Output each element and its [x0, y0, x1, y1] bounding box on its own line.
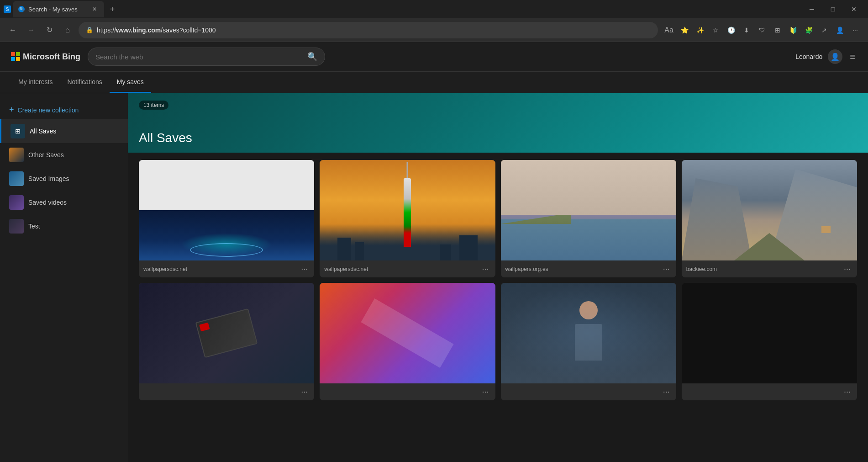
saves-grid: wallpapersdsc.net ··· [128, 153, 868, 408]
card-5-image [139, 283, 314, 383]
bing-logo[interactable]: Microsoft Bing [11, 52, 80, 62]
card-6-footer: ··· [320, 383, 495, 400]
url-domain: www.bing.com [116, 27, 161, 34]
sidebar-item-test[interactable]: Test [0, 214, 128, 238]
card-3-footer: wallpapers.org.es ··· [501, 260, 676, 277]
cloud-sky [501, 160, 676, 215]
bing-header: Microsoft Bing 🔍 Leonardo 👤 ≡ [0, 42, 868, 72]
browser-extension-icon[interactable]: ⭐ [677, 23, 692, 37]
sidebar-item-other-saves[interactable]: Other Saves [0, 143, 128, 167]
card-2-source: wallpapersdsc.net [324, 266, 368, 272]
browser-icon[interactable]: ⊞ [770, 23, 785, 37]
new-tab-button[interactable]: + [106, 3, 119, 16]
tab-favicon-icon: 🔍 [18, 6, 25, 12]
planet-arc [190, 243, 263, 257]
save-card-1[interactable]: wallpapersdsc.net ··· [139, 160, 314, 277]
sidebar-item-saved-videos[interactable]: Saved videos [0, 191, 128, 214]
saved-images-label: Saved Images [28, 175, 69, 182]
home-button[interactable]: ⌂ [60, 23, 75, 37]
bing-app: Microsoft Bing 🔍 Leonardo 👤 ≡ My interes… [0, 42, 868, 462]
save-card-7[interactable]: ··· [501, 283, 676, 400]
card-1-image [139, 160, 314, 260]
bing-search-icon[interactable]: 🔍 [307, 52, 317, 62]
refresh-button[interactable]: ↻ [42, 23, 57, 37]
lock-icon: 🔒 [86, 27, 93, 33]
copilot-icon[interactable]: ✨ [693, 23, 707, 37]
tab-favicon: S [4, 5, 11, 13]
card-5-more-button[interactable]: ··· [299, 387, 310, 397]
card-1-more-button[interactable]: ··· [299, 264, 310, 274]
other-saves-label: Other Saves [28, 151, 64, 159]
tab-notifications[interactable]: Notifications [60, 72, 109, 93]
bing-logo-text: Microsoft Bing [23, 52, 80, 62]
card-3-more-button[interactable]: ··· [661, 264, 672, 274]
card-4-footer: backiee.com ··· [682, 260, 857, 277]
save-card-2[interactable]: wallpapersdsc.net ··· [320, 160, 495, 277]
card-7-more-button[interactable]: ··· [661, 387, 672, 397]
card-2-more-button[interactable]: ··· [480, 264, 490, 274]
card-1-footer: wallpapersdsc.net ··· [139, 260, 314, 277]
create-collection-button[interactable]: + Create new collection [0, 101, 128, 119]
security-icon[interactable]: 🛡 [755, 23, 769, 37]
sidebar: + Create new collection ⊞ All Saves Othe… [0, 93, 128, 462]
active-tab[interactable]: 🔍 Search - My saves ✕ [13, 1, 104, 17]
card-7-image [501, 283, 676, 383]
card-5-footer: ··· [139, 383, 314, 400]
save-card-8[interactable]: ··· [682, 283, 857, 400]
hero-banner: 13 items All Saves [128, 93, 868, 153]
minimize-button[interactable]: ─ [801, 0, 822, 18]
history-icon[interactable]: 🕐 [724, 23, 738, 37]
other-saves-thumb [9, 148, 24, 162]
read-aloud-icon[interactable]: Aa [662, 23, 676, 37]
ms-square-yellow [16, 57, 20, 61]
ms-logo-squares [11, 52, 20, 61]
tab-title: Search - My saves [28, 6, 78, 13]
favorites-icon[interactable]: ☆ [708, 23, 723, 37]
ms-square-green [16, 52, 20, 56]
shield2-icon[interactable]: 🔰 [786, 23, 800, 37]
sidebar-item-all-saves[interactable]: ⊞ All Saves [0, 119, 128, 143]
content-area[interactable]: 13 items All Saves wallpapersdsc.net [128, 93, 868, 462]
user-avatar[interactable]: 👤 [828, 49, 842, 64]
card-4-image [682, 160, 857, 260]
downloads-icon[interactable]: ⬇ [739, 23, 754, 37]
save-card-4[interactable]: backiee.com ··· [682, 160, 857, 277]
save-card-6[interactable]: ··· [320, 283, 495, 400]
maximize-button[interactable]: □ [822, 0, 843, 18]
card-4-more-button[interactable]: ··· [842, 264, 852, 274]
share-icon[interactable]: ↗ [817, 23, 831, 37]
close-button[interactable]: ✕ [843, 0, 864, 18]
card-8-more-button[interactable]: ··· [842, 387, 852, 397]
test-label: Test [28, 223, 40, 230]
tab-close-button[interactable]: ✕ [90, 5, 99, 13]
card-8-image [682, 283, 857, 383]
user-name-label: Leonardo [795, 53, 822, 60]
tab-my-interests[interactable]: My interests [11, 72, 60, 93]
window-controls: ─ □ ✕ [801, 0, 864, 18]
save-card-3[interactable]: wallpapers.org.es ··· [501, 160, 676, 277]
save-card-5[interactable]: ··· [139, 283, 314, 400]
card-2-footer: wallpapersdsc.net ··· [320, 260, 495, 277]
more-icon[interactable]: ··· [848, 23, 863, 37]
url-bar[interactable]: 🔒 https://www.bing.com/saves?collId=1000 [79, 22, 658, 38]
main-content: + Create new collection ⊞ All Saves Othe… [0, 93, 868, 462]
bing-search-input[interactable] [95, 53, 303, 61]
card-6-more-button[interactable]: ··· [480, 387, 490, 397]
hamburger-menu-button[interactable]: ≡ [848, 50, 857, 64]
title-bar: S 🔍 Search - My saves ✕ + ─ □ ✕ [0, 0, 868, 18]
items-count-badge: 13 items [139, 101, 168, 110]
card-6-image [320, 283, 495, 383]
color-diagonal [361, 298, 454, 368]
bing-search-bar[interactable]: 🔍 [88, 48, 325, 66]
tab-my-saves[interactable]: My saves [110, 72, 151, 93]
create-collection-label: Create new collection [18, 106, 79, 114]
profile-icon[interactable]: 👤 [832, 23, 847, 37]
forward-button[interactable]: → [24, 23, 38, 37]
card-7-footer: ··· [501, 383, 676, 400]
extension-icon[interactable]: 🧩 [801, 23, 816, 37]
all-saves-label: All Saves [30, 127, 56, 135]
card-3-source: wallpapers.org.es [505, 266, 548, 272]
sidebar-item-saved-images[interactable]: Saved Images [0, 167, 128, 191]
monastery [821, 226, 831, 233]
back-button[interactable]: ← [5, 23, 20, 37]
